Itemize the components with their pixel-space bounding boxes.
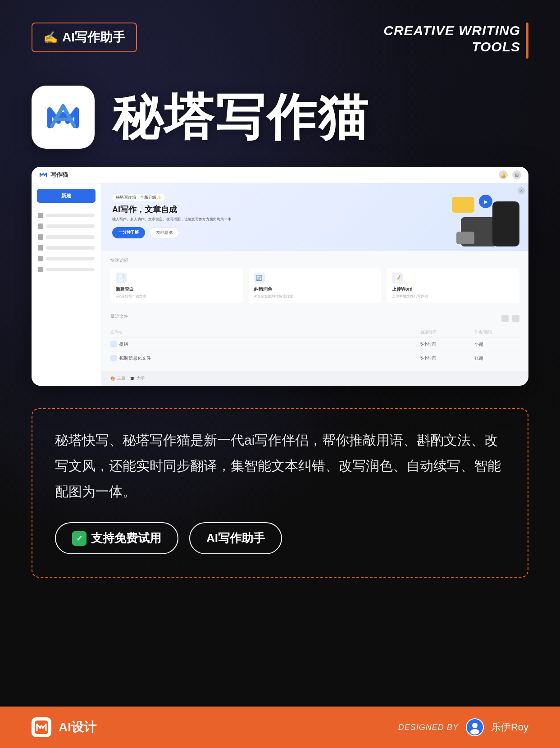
ai-writing-button[interactable]: AI写作助手	[189, 522, 282, 554]
file-created: 5小时前	[420, 355, 474, 361]
free-trial-button[interactable]: ✓ 支持免费试用	[55, 522, 178, 554]
ai-writing-label: AI写作助手	[206, 531, 265, 545]
theme-icon: 🎨	[110, 376, 115, 381]
app-logo-small: 写作猫	[39, 170, 68, 179]
app-icon	[32, 86, 95, 149]
bottom-bar: AI设计 DESIGNED BY 乐伊Roy	[0, 707, 560, 748]
bell-icon: 🔔	[499, 170, 508, 179]
hand-icon: ✍️	[43, 31, 58, 45]
file-editor: 小超	[474, 341, 519, 347]
top-label-text: AI写作助手	[62, 29, 125, 46]
svg-point-3	[470, 729, 479, 734]
footer-item-theme[interactable]: 🎨 主题	[110, 375, 125, 381]
quick-card-icon-new: 📄	[116, 273, 127, 283]
file-created: 5小时前	[420, 341, 474, 347]
file-name-cell: 提纲	[110, 341, 420, 347]
file-name-cell: 拟制信息化文件	[110, 355, 420, 361]
creative-writing-label: CREATIVE WRITING TOOLS	[383, 23, 528, 59]
footer-item-help[interactable]: 🎓 大学	[130, 375, 145, 381]
bottom-right: DESIGNED BY 乐伊Roy	[398, 718, 528, 736]
illus-card2	[456, 232, 474, 244]
sidebar-item	[32, 232, 101, 242]
app-screenshot: 写作猫 🔔 ⊞ 新建	[32, 167, 528, 386]
recent-section: 最近文件 文件名 创建时间 作者/编辑	[101, 308, 528, 371]
top-label-button[interactable]: ✍️ AI写作助手	[32, 23, 137, 52]
app-chrome-bar: 写作猫 🔔 ⊞	[32, 167, 528, 183]
quick-card-correct[interactable]: 🔄 纠错润色 AI诊断智能纠错标注优化	[249, 268, 382, 303]
quick-card-desc-correct: AI诊断智能纠错标注优化	[254, 294, 376, 299]
doc-icon	[110, 355, 117, 361]
app-main: 秘塔写作箱，全新升级✨ AI写作，文章自成 独人写作、多人协作、文章锁定、改写插…	[101, 183, 528, 386]
bottom-left-label: AI设计	[59, 719, 96, 736]
table-header: 文件名 创建时间 作者/编辑	[110, 328, 519, 338]
quick-card-icon-correct: 🔄	[254, 273, 265, 283]
quick-card-icon-word: 📝	[392, 273, 403, 283]
view-grid-icon[interactable]	[512, 315, 519, 322]
bottom-left: AI设计	[32, 717, 96, 737]
quick-card-desc-word: 上传本地文件到写作猫	[392, 294, 514, 299]
app-sidebar: 新建	[32, 183, 101, 386]
hero-section: 秘塔写作猫	[0, 68, 560, 158]
app-body: 新建	[32, 183, 528, 386]
doc-icon	[110, 341, 117, 347]
sidebar-item	[32, 242, 101, 253]
author-avatar	[466, 718, 484, 736]
description-buttons: ✓ 支持免费试用 AI写作助手	[55, 522, 505, 554]
table-row[interactable]: 提纲 5小时前 小超	[110, 338, 519, 351]
check-icon: ✓	[72, 531, 87, 546]
quick-actions-label: 快速访问	[110, 257, 519, 264]
sidebar-new-btn[interactable]: 新建	[37, 189, 96, 203]
help-icon: 🎓	[130, 376, 135, 381]
banner-illustration	[452, 188, 519, 246]
file-editor: 张超	[474, 355, 519, 361]
col-header-editor: 作者/编辑	[474, 329, 519, 335]
illus-card1	[452, 197, 474, 213]
recent-header: 最近文件	[110, 313, 519, 324]
theme-label: 主题	[117, 375, 125, 381]
svg-point-2	[472, 723, 478, 728]
desc-text-content: 秘塔快写、秘塔写作猫是新一代ai写作伴侣，帮你推敲用语、斟酌文法、改写文风，还能…	[55, 433, 501, 499]
description-section: 秘塔快写、秘塔写作猫是新一代ai写作伴侣，帮你推敲用语、斟酌文法、改写文风，还能…	[32, 408, 528, 578]
quick-card-title-correct: 纠错润色	[254, 286, 376, 292]
app-footer: 🎨 主题 🎓 大学	[101, 371, 528, 386]
quick-card-word[interactable]: 📝 上传Word 上传本地文件到写作猫	[387, 268, 519, 303]
file-name: 提纲	[119, 341, 128, 347]
sidebar-item	[32, 253, 101, 264]
table-row[interactable]: 拟制信息化文件 5小时前 张超	[110, 351, 519, 365]
banner-badge: 秘塔写作箱，全新升级✨	[112, 194, 165, 201]
quick-actions-grid: 📄 新建空白 从0开始写一篇文章 🔄 纠错润色 AI诊断智能纠错标注优化 📝	[110, 268, 519, 303]
sidebar-item	[32, 221, 101, 232]
sidebar-item	[32, 210, 101, 221]
illus-phone	[492, 201, 519, 246]
col-header-name: 文件名	[110, 329, 420, 335]
sidebar-item	[32, 264, 101, 275]
app-banner: 秘塔写作箱，全新升级✨ AI写作，文章自成 独人写作、多人协作、文章锁定、改写插…	[101, 183, 528, 251]
free-trial-label: 支持免费试用	[91, 530, 161, 546]
banner-btn-primary[interactable]: 一分钟了解	[112, 227, 145, 238]
author-name: 乐伊Roy	[491, 721, 528, 734]
file-name: 拟制信息化文件	[119, 355, 151, 361]
creative-writing-text: CREATIVE WRITING TOOLS	[383, 23, 520, 55]
description-text: 秘塔快写、秘塔写作猫是新一代ai写作伴侣，帮你推敲用语、斟酌文法、改写文风，还能…	[55, 427, 505, 504]
banner-close-btn[interactable]: ✕	[518, 187, 525, 194]
bottom-logo-icon	[32, 717, 51, 737]
orange-bar	[526, 23, 528, 59]
help-label: 大学	[137, 375, 145, 381]
quick-card-new[interactable]: 📄 新建空白 从0开始写一篇文章	[110, 268, 243, 303]
banner-btn-secondary[interactable]: 功能总览	[150, 227, 179, 238]
col-header-created: 创建时间	[420, 329, 474, 335]
view-list-icon[interactable]	[501, 315, 509, 322]
designed-by-text: DESIGNED BY	[398, 723, 459, 732]
quick-card-desc-new: 从0开始写一篇文章	[116, 294, 238, 299]
screenshot-section: 写作猫 🔔 ⊞ 新建	[0, 158, 560, 395]
ai-logo-svg	[43, 97, 83, 137]
quick-actions-section: 快速访问 📄 新建空白 从0开始写一篇文章 🔄 纠错润色 AI诊断智能纠错标注优…	[101, 251, 528, 308]
chrome-icons: 🔔 ⊞	[499, 170, 521, 179]
quick-card-title-word: 上传Word	[392, 286, 514, 292]
quick-card-title-new: 新建空白	[116, 286, 238, 292]
hero-title: 秘塔写作猫	[113, 92, 369, 142]
grid-icon: ⊞	[512, 170, 521, 179]
recent-label: 最近文件	[110, 313, 128, 319]
illus-play	[479, 195, 492, 208]
